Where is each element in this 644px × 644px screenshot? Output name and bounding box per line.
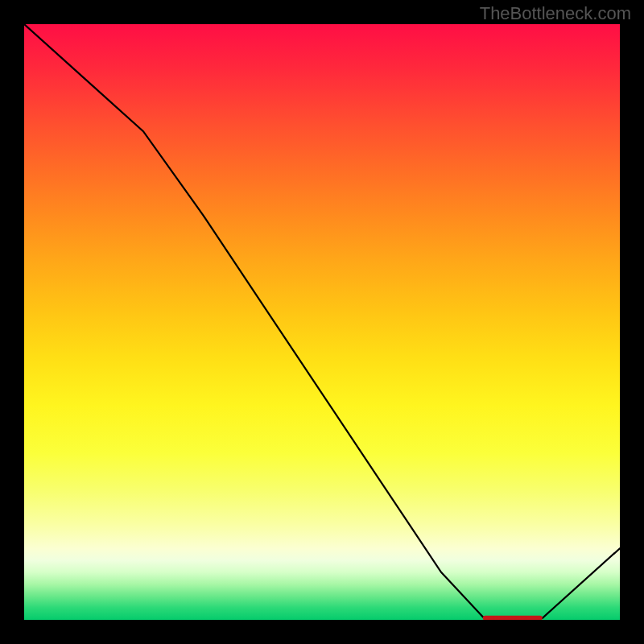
watermark-text: TheBottleneck.com [480,3,631,24]
bottleneck-curve [24,24,620,620]
chart-plot-area: AMD XXXXX XX [24,24,620,620]
marker-label: AMD XXXXX XX [485,614,528,621]
